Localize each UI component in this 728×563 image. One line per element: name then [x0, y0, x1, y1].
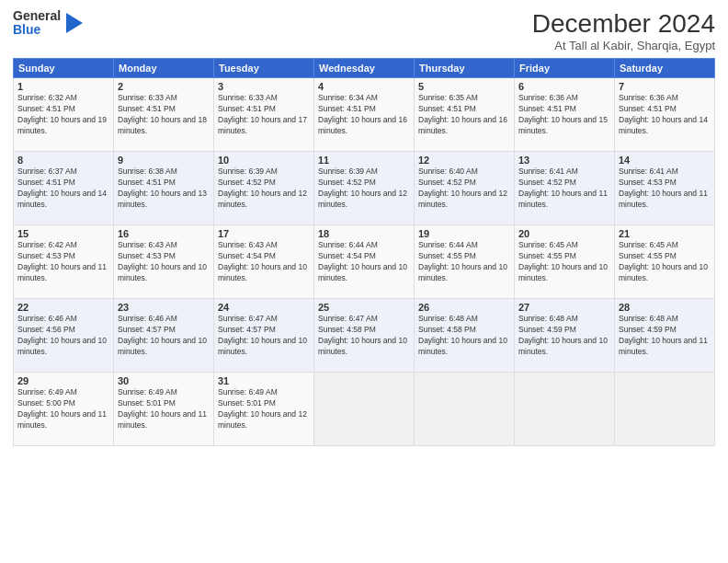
location-title: At Tall al Kabir, Sharqia, Egypt [532, 39, 715, 52]
day-number: 7 [619, 81, 711, 92]
day-number: 22 [17, 302, 109, 313]
calendar-cell: 17 Sunrise: 6:43 AMSunset: 4:54 PMDaylig… [214, 225, 314, 299]
calendar-cell: 27 Sunrise: 6:48 AMSunset: 4:59 PMDaylig… [515, 299, 615, 373]
calendar-week-row: 22 Sunrise: 6:46 AMSunset: 4:56 PMDaylig… [14, 299, 715, 373]
day-info: Sunrise: 6:39 AMSunset: 4:52 PMDaylight:… [218, 167, 307, 209]
col-thursday: Thursday [415, 59, 515, 78]
day-number: 3 [218, 81, 310, 92]
calendar-cell: 12 Sunrise: 6:40 AMSunset: 4:52 PMDaylig… [415, 152, 515, 225]
day-number: 10 [218, 155, 310, 166]
col-friday: Friday [515, 59, 615, 78]
day-info: Sunrise: 6:43 AMSunset: 4:54 PMDaylight:… [218, 240, 307, 282]
day-info: Sunrise: 6:45 AMSunset: 4:55 PMDaylight:… [518, 240, 608, 282]
logo: General Blue [13, 9, 83, 38]
day-info: Sunrise: 6:41 AMSunset: 4:53 PMDaylight:… [619, 167, 708, 209]
day-number: 20 [518, 228, 610, 239]
calendar-cell: 8 Sunrise: 6:37 AMSunset: 4:51 PMDayligh… [14, 152, 114, 225]
day-info: Sunrise: 6:37 AMSunset: 4:51 PMDaylight:… [17, 167, 107, 209]
calendar-week-row: 29 Sunrise: 6:49 AMSunset: 5:00 PMDaylig… [14, 373, 715, 446]
day-number: 19 [418, 228, 510, 239]
calendar-header-row: Sunday Monday Tuesday Wednesday Thursday… [14, 59, 715, 78]
col-tuesday: Tuesday [214, 59, 314, 78]
day-info: Sunrise: 6:40 AMSunset: 4:52 PMDaylight:… [418, 167, 507, 209]
day-number: 4 [318, 81, 410, 92]
day-info: Sunrise: 6:42 AMSunset: 4:53 PMDaylight:… [17, 240, 107, 282]
calendar-cell: 31 Sunrise: 6:49 AMSunset: 5:01 PMDaylig… [214, 373, 314, 446]
day-number: 28 [619, 302, 711, 313]
day-number: 27 [518, 302, 610, 313]
month-title: December 2024 [532, 9, 715, 39]
calendar-cell: 18 Sunrise: 6:44 AMSunset: 4:54 PMDaylig… [314, 225, 415, 299]
calendar-cell: 19 Sunrise: 6:44 AMSunset: 4:55 PMDaylig… [415, 225, 515, 299]
day-number: 23 [118, 302, 210, 313]
calendar-cell: 24 Sunrise: 6:47 AMSunset: 4:57 PMDaylig… [214, 299, 314, 373]
logo-blue-text: Blue [13, 23, 61, 37]
col-monday: Monday [114, 59, 214, 78]
day-number: 9 [118, 155, 210, 166]
day-info: Sunrise: 6:48 AMSunset: 4:58 PMDaylight:… [418, 314, 507, 356]
day-info: Sunrise: 6:45 AMSunset: 4:55 PMDaylight:… [619, 240, 708, 282]
calendar-cell: 23 Sunrise: 6:46 AMSunset: 4:57 PMDaylig… [114, 299, 214, 373]
col-sunday: Sunday [14, 59, 114, 78]
calendar-cell: 2 Sunrise: 6:33 AMSunset: 4:51 PMDayligh… [114, 78, 214, 152]
day-info: Sunrise: 6:32 AMSunset: 4:51 PMDaylight:… [17, 93, 107, 135]
calendar-cell [615, 373, 715, 446]
day-number: 29 [17, 375, 109, 386]
calendar-cell: 11 Sunrise: 6:39 AMSunset: 4:52 PMDaylig… [314, 152, 415, 225]
page: General Blue December 2024 At Tall al Ka… [0, 0, 728, 563]
day-number: 14 [619, 155, 711, 166]
calendar-cell: 14 Sunrise: 6:41 AMSunset: 4:53 PMDaylig… [615, 152, 715, 225]
day-info: Sunrise: 6:33 AMSunset: 4:51 PMDaylight:… [218, 93, 307, 135]
day-info: Sunrise: 6:41 AMSunset: 4:52 PMDaylight:… [518, 167, 608, 209]
calendar-cell: 20 Sunrise: 6:45 AMSunset: 4:55 PMDaylig… [515, 225, 615, 299]
day-info: Sunrise: 6:44 AMSunset: 4:55 PMDaylight:… [418, 240, 507, 282]
calendar-cell: 6 Sunrise: 6:36 AMSunset: 4:51 PMDayligh… [515, 78, 615, 152]
day-number: 12 [418, 155, 510, 166]
calendar-cell: 3 Sunrise: 6:33 AMSunset: 4:51 PMDayligh… [214, 78, 314, 152]
calendar-week-row: 1 Sunrise: 6:32 AMSunset: 4:51 PMDayligh… [14, 78, 715, 152]
day-info: Sunrise: 6:36 AMSunset: 4:51 PMDaylight:… [518, 93, 608, 135]
day-number: 11 [318, 155, 410, 166]
calendar-cell: 5 Sunrise: 6:35 AMSunset: 4:51 PMDayligh… [415, 78, 515, 152]
day-info: Sunrise: 6:44 AMSunset: 4:54 PMDaylight:… [318, 240, 407, 282]
day-info: Sunrise: 6:48 AMSunset: 4:59 PMDaylight:… [619, 314, 708, 356]
header: General Blue December 2024 At Tall al Ka… [13, 9, 715, 52]
day-info: Sunrise: 6:46 AMSunset: 4:57 PMDaylight:… [118, 314, 207, 356]
calendar-cell [415, 373, 515, 446]
calendar-cell [515, 373, 615, 446]
calendar-cell: 25 Sunrise: 6:47 AMSunset: 4:58 PMDaylig… [314, 299, 415, 373]
title-block: December 2024 At Tall al Kabir, Sharqia,… [532, 9, 715, 52]
day-info: Sunrise: 6:46 AMSunset: 4:56 PMDaylight:… [17, 314, 107, 356]
calendar-week-row: 8 Sunrise: 6:37 AMSunset: 4:51 PMDayligh… [14, 152, 715, 225]
day-number: 18 [318, 228, 410, 239]
calendar-cell: 28 Sunrise: 6:48 AMSunset: 4:59 PMDaylig… [615, 299, 715, 373]
calendar-cell: 9 Sunrise: 6:38 AMSunset: 4:51 PMDayligh… [114, 152, 214, 225]
day-number: 2 [118, 81, 210, 92]
day-info: Sunrise: 6:33 AMSunset: 4:51 PMDaylight:… [118, 93, 207, 135]
day-number: 6 [518, 81, 610, 92]
day-info: Sunrise: 6:43 AMSunset: 4:53 PMDaylight:… [118, 240, 207, 282]
day-number: 31 [218, 375, 310, 386]
day-info: Sunrise: 6:47 AMSunset: 4:58 PMDaylight:… [318, 314, 407, 356]
calendar-cell: 21 Sunrise: 6:45 AMSunset: 4:55 PMDaylig… [615, 225, 715, 299]
day-number: 13 [518, 155, 610, 166]
day-info: Sunrise: 6:35 AMSunset: 4:51 PMDaylight:… [418, 93, 507, 135]
day-number: 21 [619, 228, 711, 239]
col-saturday: Saturday [615, 59, 715, 78]
day-number: 25 [318, 302, 410, 313]
day-number: 5 [418, 81, 510, 92]
svg-marker-0 [66, 13, 83, 33]
day-number: 1 [17, 81, 109, 92]
calendar-cell: 29 Sunrise: 6:49 AMSunset: 5:00 PMDaylig… [14, 373, 114, 446]
calendar-cell: 15 Sunrise: 6:42 AMSunset: 4:53 PMDaylig… [14, 225, 114, 299]
calendar-cell: 26 Sunrise: 6:48 AMSunset: 4:58 PMDaylig… [415, 299, 515, 373]
calendar-cell: 10 Sunrise: 6:39 AMSunset: 4:52 PMDaylig… [214, 152, 314, 225]
day-info: Sunrise: 6:39 AMSunset: 4:52 PMDaylight:… [318, 167, 407, 209]
day-info: Sunrise: 6:49 AMSunset: 5:00 PMDaylight:… [17, 387, 107, 430]
day-info: Sunrise: 6:49 AMSunset: 5:01 PMDaylight:… [118, 387, 207, 430]
day-info: Sunrise: 6:36 AMSunset: 4:51 PMDaylight:… [619, 93, 708, 135]
day-number: 15 [17, 228, 109, 239]
day-number: 16 [118, 228, 210, 239]
day-number: 24 [218, 302, 310, 313]
day-number: 30 [118, 375, 210, 386]
